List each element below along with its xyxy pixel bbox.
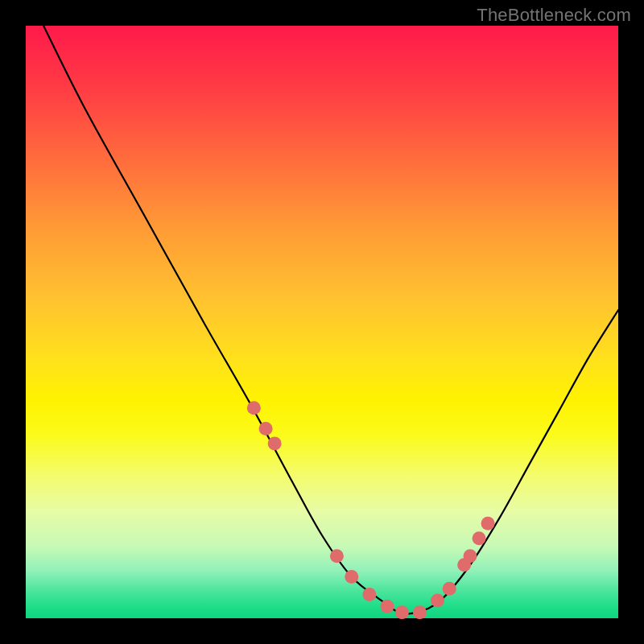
dot [247,401,261,415]
watermark-text: TheBottleneck.com [477,5,631,26]
chart-svg [26,26,618,618]
dot [259,422,273,436]
dot [464,549,477,563]
dot [473,531,486,545]
dot [380,600,394,613]
dot [330,549,344,563]
highlight-dots [247,401,495,619]
dot [268,436,282,450]
bottleneck-curve [43,26,618,613]
dot [362,588,376,601]
dot [395,605,409,619]
dot [481,517,495,530]
dot [443,582,456,596]
chart-frame: TheBottleneck.com [0,0,644,644]
dot [431,593,444,607]
dot [413,605,427,619]
dot [345,570,358,584]
